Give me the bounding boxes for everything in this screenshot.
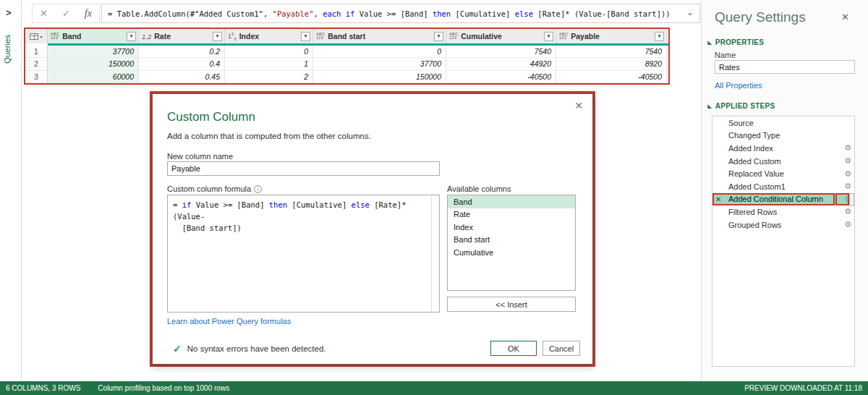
formula-token: =: [173, 200, 182, 209]
table-icon: [30, 33, 38, 40]
all-properties-link[interactable]: All Properties: [715, 81, 762, 90]
column-header-rate[interactable]: 1.2Rate▾: [139, 29, 225, 43]
delete-step-icon[interactable]: ✕: [715, 195, 721, 203]
formula-commit-icon[interactable]: ✓: [62, 8, 70, 19]
applied-steps-section-header[interactable]: ◢ APPLIED STEPS: [707, 102, 775, 110]
queries-pane-label[interactable]: Queries: [3, 35, 12, 64]
step-settings-gear-icon[interactable]: ⚙: [844, 207, 851, 216]
steps-scrollbar-thumb[interactable]: [849, 193, 854, 207]
applied-step-grouped-rows[interactable]: Grouped Rows⚙: [712, 218, 854, 232]
grid-corner-button[interactable]: ▾: [25, 29, 48, 43]
step-settings-gear-icon[interactable]: ⚙: [844, 143, 851, 153]
available-columns-list: BandRateIndexBand startCumulative: [447, 195, 576, 291]
properties-section-header[interactable]: ◢ PROPERTIES: [707, 38, 764, 46]
ok-button[interactable]: OK: [490, 341, 537, 356]
table-cell[interactable]: 0.2: [139, 46, 225, 58]
column-filter-dropdown-icon[interactable]: ▾: [655, 32, 664, 41]
query-name-input[interactable]: Rates: [715, 60, 855, 74]
step-settings-gear-icon[interactable]: ⚙: [844, 220, 851, 229]
column-header-payable[interactable]: ABC123Payable▾: [556, 29, 667, 43]
row-number[interactable]: 1: [25, 46, 48, 58]
query-name-label: Name: [715, 51, 736, 59]
query-settings-title: Query Settings: [715, 9, 806, 25]
table-cell[interactable]: 1: [225, 58, 313, 70]
step-settings-gear-icon[interactable]: ⚙: [844, 156, 851, 166]
new-column-name-label: New column name: [167, 152, 233, 161]
table-cell[interactable]: 0.45: [139, 71, 225, 83]
applied-step-label: Added Custom1: [728, 182, 841, 191]
table-cell[interactable]: 150000: [313, 71, 446, 83]
column-filter-dropdown-icon[interactable]: ▾: [544, 32, 553, 41]
applied-step-label: Filtered Rows: [728, 208, 841, 216]
type-any-icon: ABC123: [51, 33, 59, 40]
column-filter-dropdown-icon[interactable]: ▾: [127, 32, 136, 41]
applied-step-replaced-value[interactable]: Replaced Value⚙: [712, 167, 854, 180]
row-number[interactable]: 2: [25, 58, 48, 70]
column-header-band-start[interactable]: ABC123Band start▾: [313, 29, 446, 43]
dialog-close-icon[interactable]: ✕: [574, 100, 583, 111]
column-filter-dropdown-icon[interactable]: ▾: [213, 32, 222, 41]
column-header-band[interactable]: ABC123Band▾: [48, 29, 139, 43]
applied-step-added-custom1[interactable]: Added Custom1⚙: [712, 180, 854, 193]
table-cell[interactable]: 0: [225, 46, 313, 58]
insert-button[interactable]: << Insert: [447, 297, 576, 312]
row-number[interactable]: 3: [25, 71, 48, 83]
table-cell[interactable]: 0: [313, 46, 446, 58]
table-cell[interactable]: 44920: [446, 58, 556, 70]
table-cell[interactable]: 0.4: [139, 58, 225, 70]
table-cell[interactable]: 8920: [556, 58, 667, 70]
queries-pane-expand-icon[interactable]: >: [6, 7, 12, 18]
formula-expand-chevron-icon[interactable]: ⌄: [686, 7, 694, 17]
formula-editor[interactable]: = if Value >= [Band] then [Cumulative] e…: [167, 195, 440, 313]
table-row: 1377000.20075407540: [25, 46, 668, 58]
applied-step-label: Source: [728, 119, 851, 127]
column-header-cumulative[interactable]: ABC123Cumulative▾: [446, 29, 556, 43]
formula-token: [Cumulative]: [287, 200, 352, 209]
column-header-label: Payable: [571, 32, 655, 41]
table-cell[interactable]: 7540: [556, 46, 667, 58]
applied-step-added-custom[interactable]: Added Custom⚙: [712, 155, 854, 168]
dialog-subtitle: Add a column that is computed from the o…: [167, 132, 371, 140]
table-cell[interactable]: 2: [225, 71, 313, 83]
step-settings-gear-icon[interactable]: ⚙: [844, 182, 851, 191]
table-cell[interactable]: -40500: [556, 71, 667, 83]
formula-token: = Table.AddColumn(#"Added Custom1",: [108, 9, 273, 18]
applied-step-added-conditional-column[interactable]: ✕Added Conditional Column⚙: [712, 193, 854, 206]
column-header-index[interactable]: 123Index▾: [225, 29, 313, 43]
table-cell[interactable]: 60000: [48, 71, 139, 83]
collapse-triangle-icon: ◢: [707, 103, 712, 109]
step-settings-gear-icon[interactable]: ⚙: [844, 169, 851, 179]
column-filter-dropdown-icon[interactable]: ▾: [434, 32, 443, 41]
formula-cancel-icon[interactable]: ✕: [40, 8, 48, 19]
available-column-item[interactable]: Index: [448, 221, 575, 234]
available-column-item[interactable]: Band: [448, 195, 575, 208]
formula-input[interactable]: = Table.AddColumn(#"Added Custom1", "Pay…: [101, 4, 700, 23]
table-cell[interactable]: -40500: [446, 71, 556, 83]
syntax-status-text: No syntax errors have been detected.: [187, 344, 326, 353]
table-cell[interactable]: 150000: [48, 58, 139, 70]
formula-label: Custom column formula i: [167, 184, 262, 193]
table-cell[interactable]: 37700: [48, 46, 139, 58]
available-column-item[interactable]: Rate: [448, 208, 575, 221]
formula-bar: ✕ ✓ fx = Table.AddColumn(#"Added Custom1…: [22, 0, 700, 26]
applied-step-changed-type[interactable]: Changed Type: [712, 129, 854, 143]
status-columns-rows: 6 COLUMNS, 3 ROWS: [6, 384, 80, 392]
applied-step-filtered-rows[interactable]: Filtered Rows⚙: [712, 205, 854, 218]
available-column-item[interactable]: Band start: [448, 234, 575, 247]
column-filter-dropdown-icon[interactable]: ▾: [301, 32, 310, 41]
query-settings-close-icon[interactable]: ✕: [841, 12, 849, 22]
formula-editor-scrollbar[interactable]: [431, 195, 439, 312]
grid-header-row: ▾ABC123Band▾1.2Rate▾123Index▾ABC123Band …: [25, 29, 668, 43]
applied-step-source[interactable]: Source: [712, 116, 854, 129]
type-decimal-icon: 1.2: [142, 33, 151, 41]
table-cell[interactable]: 37700: [313, 58, 446, 70]
info-icon[interactable]: i: [254, 185, 262, 193]
applied-step-added-index[interactable]: Added Index⚙: [712, 142, 854, 155]
table-cell[interactable]: 7540: [446, 46, 556, 58]
cancel-button[interactable]: Cancel: [542, 341, 580, 356]
formula-token: [Rate]* (Value-[Band start])): [533, 9, 671, 18]
column-header-label: Band start: [328, 32, 434, 41]
learn-formulas-link[interactable]: Learn about Power Query formulas: [167, 317, 291, 326]
available-column-item[interactable]: Cumulative: [448, 246, 575, 259]
new-column-name-input[interactable]: Payable: [167, 161, 440, 176]
